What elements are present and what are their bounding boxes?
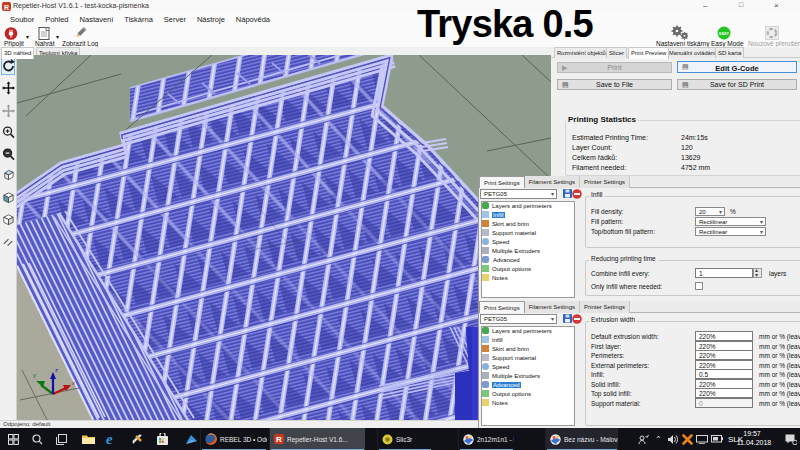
svg-text:z: z [55,367,58,373]
svg-text:x: x [72,380,75,386]
svg-text:y: y [33,372,36,378]
svg-text:R: R [4,4,9,11]
svg-text:EASY: EASY [719,32,729,36]
svg-text:R: R [276,435,282,444]
